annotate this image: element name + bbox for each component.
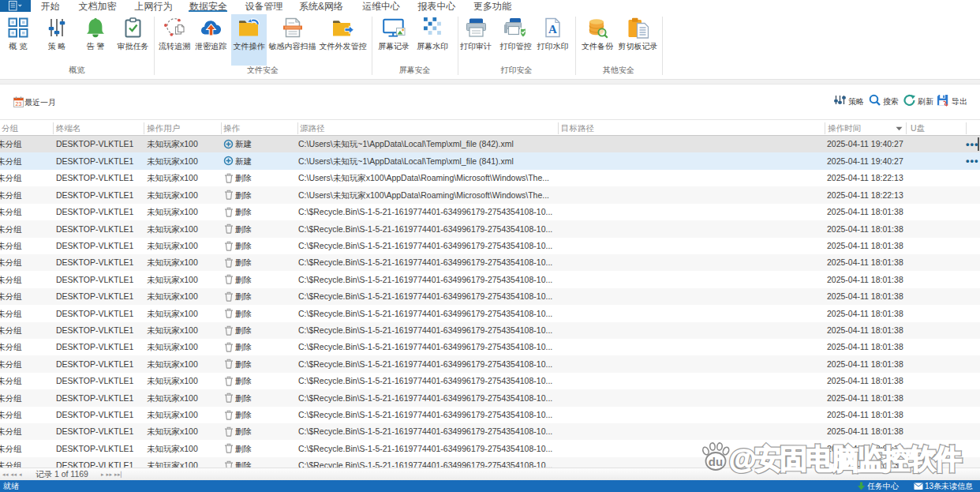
- svg-text:A: A: [548, 23, 557, 36]
- svg-text:23: 23: [16, 101, 22, 107]
- svg-text:du: du: [709, 455, 723, 468]
- svg-text:@安固电脑监控软件: @安固电脑监控软件: [729, 443, 962, 474]
